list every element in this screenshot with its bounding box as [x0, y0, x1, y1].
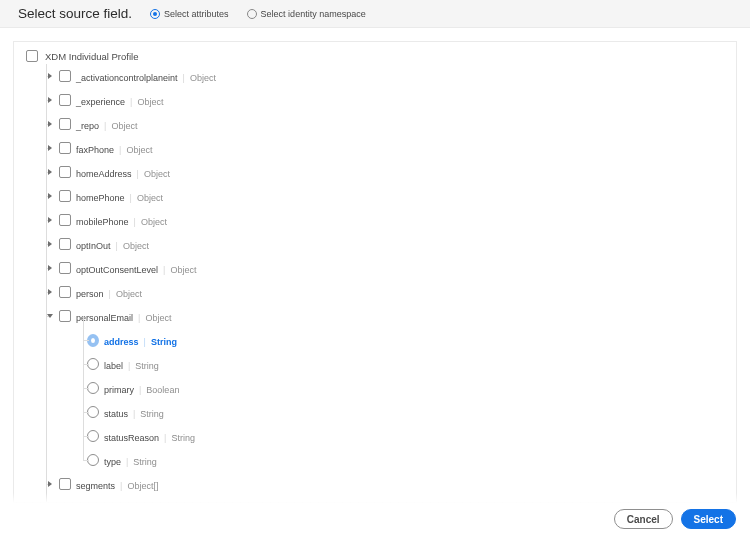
tree-body: _activationcontrolplaneint|Object_experi…: [26, 64, 724, 503]
checkbox-icon[interactable]: [59, 70, 71, 82]
field-type: Object: [185, 73, 216, 83]
checkbox-icon[interactable]: [59, 190, 71, 202]
tree-node-_repo[interactable]: _repo|Object: [26, 112, 724, 136]
tree-node-mobilePhone[interactable]: mobilePhone|Object: [26, 208, 724, 232]
main-area: XDM Individual Profile _activationcontro…: [0, 28, 750, 503]
radio-icon: [150, 9, 160, 19]
tree-leaf-primary[interactable]: primary|Boolean: [26, 376, 724, 400]
select-button[interactable]: Select: [681, 509, 736, 529]
checkbox-icon[interactable]: [59, 502, 71, 503]
tree-leaf-type[interactable]: type|String: [26, 448, 724, 472]
field-name: personalEmail: [71, 313, 138, 323]
tree-node-homeAddress[interactable]: homeAddress|Object: [26, 160, 724, 184]
field-name: homePhone: [71, 193, 130, 203]
tree-node-segments[interactable]: segments|Object[]: [26, 472, 724, 496]
dialog-footer: Cancel Select: [614, 509, 736, 529]
tree-node-personalEmail[interactable]: personalEmail|Object: [26, 304, 724, 328]
field-type: Object: [140, 313, 171, 323]
disclosure-right-icon[interactable]: [48, 97, 54, 103]
field-type: Object: [111, 289, 142, 299]
tree-node-faxPhone[interactable]: faxPhone|Object: [26, 136, 724, 160]
radio-label: Select identity namespace: [261, 9, 366, 19]
disclosure-right-icon[interactable]: [48, 169, 54, 175]
checkbox-icon[interactable]: [59, 166, 71, 178]
root-label: XDM Individual Profile: [45, 51, 138, 62]
field-type: Object: [165, 265, 196, 275]
disclosure-right-icon[interactable]: [48, 145, 54, 151]
field-name: person: [71, 289, 109, 299]
field-type: String: [128, 457, 157, 467]
tree-node-timeSeriesEvents[interactable]: timeSeriesEvents|Object[]: [26, 496, 724, 503]
field-name: faxPhone: [71, 145, 119, 155]
field-type: String: [135, 409, 164, 419]
tree-node-optOutConsentLevel[interactable]: optOutConsentLevel|Object: [26, 256, 724, 280]
disclosure-down-icon[interactable]: [48, 313, 54, 319]
field-type: String: [166, 433, 195, 443]
dialog-header: Select source field. Select attributes S…: [0, 0, 750, 28]
field-name: primary: [99, 385, 139, 395]
source-mode-radio-group: Select attributes Select identity namesp…: [150, 9, 366, 19]
field-name: status: [99, 409, 133, 419]
field-type: String: [130, 361, 159, 371]
disclosure-right-icon[interactable]: [48, 73, 54, 79]
field-name: _activationcontrolplaneint: [71, 73, 183, 83]
tree-leaf-label[interactable]: label|String: [26, 352, 724, 376]
checkbox-icon[interactable]: [59, 214, 71, 226]
field-type: Object[]: [122, 481, 158, 491]
field-name: mobilePhone: [71, 217, 134, 227]
field-name: homeAddress: [71, 169, 137, 179]
field-name: _experience: [71, 97, 130, 107]
radio-icon: [247, 9, 257, 19]
checkbox-icon[interactable]: [59, 262, 71, 274]
checkbox-icon[interactable]: [59, 142, 71, 154]
field-name: optOutConsentLevel: [71, 265, 163, 275]
tree-leaf-statusReason[interactable]: statusReason|String: [26, 424, 724, 448]
tree-root[interactable]: XDM Individual Profile: [26, 50, 724, 62]
field-type: Object: [139, 169, 170, 179]
tree-node-_activationcontrolplaneint[interactable]: _activationcontrolplaneint|Object: [26, 64, 724, 88]
field-name: optInOut: [71, 241, 116, 251]
tree-node-optInOut[interactable]: optInOut|Object: [26, 232, 724, 256]
dialog-title: Select source field.: [18, 6, 132, 21]
checkbox-icon[interactable]: [26, 50, 38, 62]
disclosure-right-icon[interactable]: [48, 121, 54, 127]
disclosure-right-icon[interactable]: [48, 241, 54, 247]
checkbox-icon[interactable]: [59, 310, 71, 322]
field-type: Object: [132, 97, 163, 107]
disclosure-right-icon[interactable]: [48, 265, 54, 271]
field-type: Object: [118, 241, 149, 251]
schema-tree-panel: XDM Individual Profile _activationcontro…: [13, 41, 737, 503]
disclosure-right-icon[interactable]: [48, 481, 54, 487]
disclosure-right-icon[interactable]: [48, 193, 54, 199]
field-name: address: [99, 337, 144, 347]
field-type: String: [146, 337, 177, 347]
field-type: Object: [136, 217, 167, 227]
disclosure-right-icon[interactable]: [48, 217, 54, 223]
field-type: Boolean: [141, 385, 179, 395]
tree-node-_experience[interactable]: _experience|Object: [26, 88, 724, 112]
radio-select-attributes[interactable]: Select attributes: [150, 9, 229, 19]
field-name: segments: [71, 481, 120, 491]
checkbox-icon[interactable]: [59, 478, 71, 490]
field-name: statusReason: [99, 433, 164, 443]
checkbox-icon[interactable]: [59, 286, 71, 298]
radio-label: Select attributes: [164, 9, 229, 19]
field-name: label: [99, 361, 128, 371]
checkbox-icon[interactable]: [59, 118, 71, 130]
field-name: _repo: [71, 121, 104, 131]
cancel-button[interactable]: Cancel: [614, 509, 673, 529]
checkbox-icon[interactable]: [59, 238, 71, 250]
disclosure-right-icon[interactable]: [48, 289, 54, 295]
field-type: Object: [121, 145, 152, 155]
tree-leaf-address[interactable]: address|String: [26, 328, 724, 352]
tree-node-person[interactable]: person|Object: [26, 280, 724, 304]
tree-leaf-status[interactable]: status|String: [26, 400, 724, 424]
field-type: Object: [106, 121, 137, 131]
tree-node-homePhone[interactable]: homePhone|Object: [26, 184, 724, 208]
checkbox-icon[interactable]: [59, 94, 71, 106]
field-name: type: [99, 457, 126, 467]
field-type: Object: [132, 193, 163, 203]
radio-select-identity-namespace[interactable]: Select identity namespace: [247, 9, 366, 19]
